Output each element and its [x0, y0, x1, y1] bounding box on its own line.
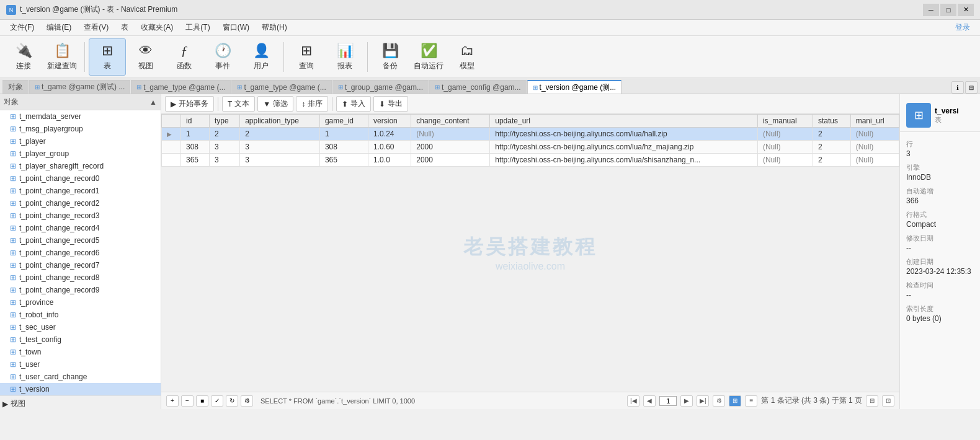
sidebar-item-tpoint1[interactable]: ⊞ t_point_change_record1: [0, 185, 161, 197]
delete-record-button[interactable]: −: [181, 395, 194, 407]
cell-game-id[interactable]: 365: [319, 154, 368, 167]
toolbar-event[interactable]: 🕐 事件: [204, 38, 241, 76]
sidebar-item-tsec-user[interactable]: ⊞ t_sec_user: [0, 321, 161, 333]
menu-file[interactable]: 文件(F): [5, 21, 39, 34]
expand-button[interactable]: ⊡: [882, 395, 894, 407]
export-button[interactable]: ⬇ 导出: [373, 96, 408, 112]
stop-button[interactable]: ■: [196, 395, 208, 407]
cell-is-manual[interactable]: (Null): [757, 128, 813, 141]
sidebar-item-tpoint2[interactable]: ⊞ t_point_change_record2: [0, 197, 161, 209]
maximize-button[interactable]: □: [940, 4, 956, 16]
cell-status[interactable]: 2: [813, 128, 850, 141]
col-header-id[interactable]: id: [181, 115, 210, 128]
toolbar-report[interactable]: 📊 报表: [326, 38, 363, 76]
tab-tgroupgame[interactable]: ⊞ t_group_game @gam...: [332, 80, 429, 94]
toolbar-backup[interactable]: 💾 备份: [372, 38, 409, 76]
sidebar-item-tmemdata[interactable]: ⊞ t_memdata_server: [0, 110, 161, 123]
menu-table[interactable]: 表: [116, 21, 133, 34]
cell-mani-url[interactable]: (Null): [850, 154, 899, 167]
tab-tversion[interactable]: ⊞ t_version @game (测...: [527, 80, 622, 94]
cell-update-url[interactable]: http://tyceshi.oss-cn-beijing.aliyuncs.c…: [490, 128, 758, 141]
toolbar-model[interactable]: 🗂 模型: [448, 38, 486, 76]
tab-tgametype1[interactable]: ⊞ t_game_type @game (...: [131, 80, 231, 94]
sidebar-item-tpoint3[interactable]: ⊞ t_point_change_record3: [0, 209, 161, 222]
page-number-input[interactable]: [659, 396, 677, 406]
cell-type[interactable]: 3: [209, 154, 239, 167]
menu-help[interactable]: 帮助(H): [257, 21, 292, 34]
toolbar-connect[interactable]: 🔌 连接: [5, 38, 42, 76]
col-header-status[interactable]: status: [813, 115, 850, 128]
sidebar-item-tuser-card-change[interactable]: ⊞ t_user_card_change: [0, 371, 161, 383]
sidebar-item-trobot-info[interactable]: ⊞ t_robot_info: [0, 309, 161, 321]
cell-game-id[interactable]: 308: [319, 141, 368, 154]
cell-type[interactable]: 3: [209, 141, 239, 154]
refresh-button[interactable]: ↻: [226, 395, 238, 407]
sidebar-group-views[interactable]: ▶ 视图: [0, 395, 161, 409]
toolbar-view[interactable]: 👁 视图: [127, 38, 164, 76]
tab-tgametype2[interactable]: ⊞ t_game_type @game (...: [231, 80, 331, 94]
col-header-version[interactable]: version: [368, 115, 411, 128]
col-header-app-type[interactable]: application_type: [240, 115, 320, 128]
cell-app-type[interactable]: 3: [240, 141, 320, 154]
menu-favorites[interactable]: 收藏夹(A): [136, 21, 178, 34]
sidebar-item-ttown[interactable]: ⊞ t_town: [0, 346, 161, 358]
begin-transaction-button[interactable]: ▶ 开始事务: [165, 96, 214, 112]
filter-button[interactable]: ▼ 筛选: [257, 96, 293, 112]
tab-tgameconfig[interactable]: ⊞ t_game_config @gam...: [429, 80, 527, 94]
toolbar-function[interactable]: ƒ 函数: [166, 38, 203, 76]
sidebar-item-tmsg[interactable]: ⊞ t_msg_playergroup: [0, 123, 161, 135]
sidebar-item-tpoint6[interactable]: ⊞ t_point_change_record6: [0, 247, 161, 259]
close-button[interactable]: ✕: [958, 4, 974, 16]
cell-status[interactable]: 2: [813, 141, 850, 154]
tab-tgame[interactable]: ⊞ t_game @game (测试) ...: [29, 80, 130, 94]
col-header-game-id[interactable]: game_id: [319, 115, 368, 128]
sort-button[interactable]: ↕ 排序: [296, 96, 328, 112]
cell-change-content[interactable]: 2000: [411, 141, 490, 154]
next-page-button[interactable]: ▶: [680, 395, 693, 407]
cell-is-manual[interactable]: (Null): [757, 141, 813, 154]
table-row[interactable]: ▶ 1 2 2 1 1.0.24 (Null) http://tyceshi.o…: [162, 128, 899, 141]
sidebar-item-ttest-config[interactable]: ⊞ t_test_config: [0, 333, 161, 346]
cell-version[interactable]: 1.0.24: [368, 128, 411, 141]
cell-update-url[interactable]: http://tyceshi.oss-cn-beijing.aliyuncs.c…: [490, 141, 758, 154]
col-header-mani-url[interactable]: mani_url: [850, 115, 899, 128]
sidebar-item-tuser[interactable]: ⊞ t_user: [0, 358, 161, 371]
col-header-type[interactable]: type: [209, 115, 239, 128]
list-view-button[interactable]: ≡: [745, 395, 757, 407]
sidebar-item-tplayer-sharegift[interactable]: ⊞ t_player_sharegift_record: [0, 160, 161, 172]
col-header-is-manual[interactable]: is_manual: [757, 115, 813, 128]
col-header-change-content[interactable]: change_content: [411, 115, 490, 128]
sidebar-item-tversion[interactable]: ⊞ t_version: [0, 383, 161, 395]
grid-settings-button[interactable]: ⚙: [713, 395, 725, 407]
menu-window[interactable]: 窗口(W): [218, 21, 254, 34]
sidebar-item-tpoint9[interactable]: ⊞ t_point_change_record9: [0, 284, 161, 296]
cell-is-manual[interactable]: (Null): [757, 154, 813, 167]
cell-app-type[interactable]: 3: [240, 154, 320, 167]
toolbar-auto-run[interactable]: ✅ 自动运行: [410, 38, 447, 76]
import-button[interactable]: ⬆ 导入: [336, 96, 371, 112]
info-button[interactable]: ℹ: [951, 81, 964, 94]
cell-id[interactable]: 1: [181, 128, 210, 141]
sidebar-item-tpoint7[interactable]: ⊞ t_point_change_record7: [0, 259, 161, 271]
cell-type[interactable]: 2: [209, 128, 239, 141]
last-page-button[interactable]: ▶|: [697, 395, 709, 407]
cell-game-id[interactable]: 1: [319, 128, 368, 141]
grid-view-button[interactable]: ⊞: [729, 395, 741, 407]
cell-version[interactable]: 1.0.60: [368, 141, 411, 154]
sidebar-item-tplayer[interactable]: ⊞ t_player: [0, 135, 161, 147]
sidebar-item-tpoint4[interactable]: ⊞ t_point_change_record4: [0, 222, 161, 234]
cell-change-content[interactable]: (Null): [411, 128, 490, 141]
split-button[interactable]: ⊟: [965, 81, 978, 94]
save-record-button[interactable]: ✓: [211, 395, 223, 407]
toolbar-table[interactable]: ⊞ 表: [89, 38, 126, 76]
toolbar-new-query[interactable]: 📋 新建查询: [43, 38, 81, 76]
cell-version[interactable]: 1.0.0: [368, 154, 411, 167]
sidebar-item-tprovince[interactable]: ⊞ t_province: [0, 296, 161, 309]
cell-id[interactable]: 365: [181, 154, 210, 167]
cell-change-content[interactable]: 2000: [411, 154, 490, 167]
menu-edit[interactable]: 编辑(E): [42, 21, 76, 34]
table-row[interactable]: 308 3 3 308 1.0.60 2000 http://tyceshi.o…: [162, 141, 899, 154]
toolbar-user[interactable]: 👤 用户: [243, 38, 280, 76]
toolbar-query[interactable]: ⊞ 查询: [288, 38, 325, 76]
sidebar-item-tplayer-group[interactable]: ⊞ t_player_group: [0, 147, 161, 160]
